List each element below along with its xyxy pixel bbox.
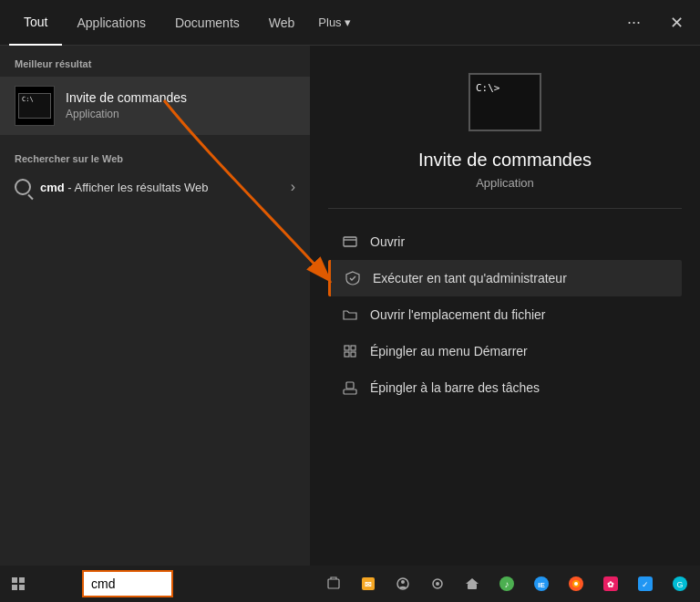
taskbar-icon-10[interactable]: ✓ <box>629 567 662 600</box>
svg-rect-1 <box>345 346 349 350</box>
search-icon <box>15 179 31 195</box>
action-open-location[interactable]: Ouvrir l'emplacement du fichier <box>328 296 682 333</box>
tab-bar: Tout Applications Documents Web Plus ▾ ·… <box>0 0 700 46</box>
action-location-label: Ouvrir l'emplacement du fichier <box>370 307 546 322</box>
taskbar-search-box[interactable]: cmd <box>82 570 173 597</box>
taskbar-icon-2[interactable]: ✉ <box>352 567 385 600</box>
taskbar-icon-svg-3 <box>396 576 410 591</box>
svg-rect-4 <box>351 352 355 357</box>
taskbar-icon-11[interactable]: G <box>664 567 696 600</box>
taskbar-icon-3[interactable] <box>386 567 419 600</box>
svg-rect-5 <box>344 389 356 394</box>
right-panel: Invite de commandes Application Ouvrir <box>310 46 700 566</box>
web-search-title: Rechercher sur le Web <box>15 153 295 164</box>
svg-text:IE: IE <box>538 581 545 589</box>
best-result-item[interactable]: Invite de commandes Application <box>0 77 310 135</box>
tab-applications[interactable]: Applications <box>62 0 160 46</box>
web-search-suffix: - Afficher les résultats Web <box>65 181 209 194</box>
taskbar-icon-svg-6: ♪ <box>498 575 516 593</box>
divider <box>328 208 682 209</box>
pin-taskbar-icon <box>341 379 359 397</box>
app-subtitle: Application <box>476 176 534 190</box>
taskbar-icon-svg-10: ✓ <box>636 575 654 593</box>
svg-rect-3 <box>345 352 349 357</box>
action-pin-start[interactable]: Épingler au menu Démarrer <box>328 333 682 369</box>
taskbar-icon-8[interactable] <box>560 567 592 600</box>
taskbar-icon-7[interactable]: IE <box>525 567 558 600</box>
svg-text:G: G <box>676 580 683 589</box>
action-admin-label: Exécuter en tant qu'administrateur <box>373 271 567 285</box>
best-result-title: Meilleur résultat <box>0 58 310 77</box>
action-run-admin[interactable]: Exécuter en tant qu'administrateur <box>328 260 682 296</box>
taskbar-icon-svg-1 <box>326 576 341 591</box>
app-icon-large <box>468 73 541 131</box>
action-list: Ouvrir Exécuter en tant qu'administrateu… <box>328 223 682 406</box>
svg-rect-8 <box>12 577 17 583</box>
web-search-item[interactable]: cmd - Afficher les résultats Web › <box>15 171 295 202</box>
left-panel: Meilleur résultat Invite de commandes Ap… <box>0 46 310 566</box>
svg-point-26 <box>574 582 578 586</box>
start-button[interactable] <box>0 566 36 602</box>
taskbar-icon-5[interactable] <box>456 567 489 600</box>
svg-rect-10 <box>12 585 17 590</box>
taskbar-icon-9[interactable]: ✿ <box>594 567 627 600</box>
taskbar-icons: ✉ ♪ <box>317 567 700 600</box>
taskbar-icon-4[interactable] <box>421 567 454 600</box>
taskbar-icon-svg-8 <box>567 575 585 593</box>
taskbar-search-text: cmd <box>91 576 115 591</box>
open-icon <box>341 233 359 251</box>
cmd-icon-small <box>18 93 51 119</box>
action-open[interactable]: Ouvrir <box>328 223 682 260</box>
tab-documents[interactable]: Documents <box>160 0 254 46</box>
taskbar-icon-svg-4 <box>430 576 445 591</box>
taskbar-icon-svg-5 <box>465 576 479 591</box>
best-result-text: Invite de commandes Application <box>66 90 187 121</box>
app-icon-small <box>15 86 55 126</box>
pin-start-icon <box>341 342 359 360</box>
taskbar-icon-1[interactable] <box>317 567 350 600</box>
web-search-text: cmd - Afficher les résultats Web <box>40 181 291 194</box>
action-pin-taskbar[interactable]: Épingler à la barre des tâches <box>328 369 682 406</box>
svg-rect-9 <box>19 577 25 583</box>
admin-icon <box>344 269 362 287</box>
taskbar-icon-svg-9: ✿ <box>602 575 620 593</box>
svg-point-18 <box>436 582 439 586</box>
best-result-app-name: Invite de commandes <box>66 90 187 105</box>
start-icon <box>11 576 26 591</box>
taskbar-icon-svg-7: IE <box>532 575 551 593</box>
svg-text:✉: ✉ <box>365 580 372 589</box>
svg-text:✓: ✓ <box>642 580 649 589</box>
action-pin-taskbar-label: Épingler à la barre des tâches <box>370 380 540 395</box>
chevron-right-icon: › <box>291 179 295 195</box>
tab-tout[interactable]: Tout <box>9 0 62 46</box>
svg-rect-2 <box>351 346 355 350</box>
web-search-query: cmd <box>40 181 65 194</box>
svg-text:✿: ✿ <box>607 580 614 589</box>
svg-rect-6 <box>346 382 354 389</box>
web-search-section: Rechercher sur le Web cmd - Afficher les… <box>0 146 310 210</box>
close-button[interactable]: ✕ <box>663 9 691 36</box>
tab-web[interactable]: Web <box>254 0 310 46</box>
svg-rect-19 <box>468 584 477 589</box>
svg-rect-11 <box>19 585 25 590</box>
best-result-app-type: Application <box>66 108 119 120</box>
svg-rect-0 <box>344 237 356 246</box>
action-pin-start-label: Épingler au menu Démarrer <box>370 344 528 358</box>
taskbar-icon-svg-11: G <box>671 575 689 593</box>
tab-plus[interactable]: Plus ▾ <box>309 0 360 46</box>
taskbar: cmd ✉ <box>0 566 700 602</box>
svg-text:♪: ♪ <box>505 579 510 589</box>
svg-point-16 <box>401 580 405 584</box>
folder-icon <box>341 306 359 324</box>
action-open-label: Ouvrir <box>370 234 405 249</box>
taskbar-icon-svg-2: ✉ <box>360 576 376 592</box>
content-area: Meilleur résultat Invite de commandes Ap… <box>0 46 700 566</box>
app-title: Invite de commandes <box>418 150 592 171</box>
more-options-button[interactable]: ··· <box>620 9 648 36</box>
taskbar-icon-6[interactable]: ♪ <box>490 567 523 600</box>
svg-rect-12 <box>328 579 339 588</box>
